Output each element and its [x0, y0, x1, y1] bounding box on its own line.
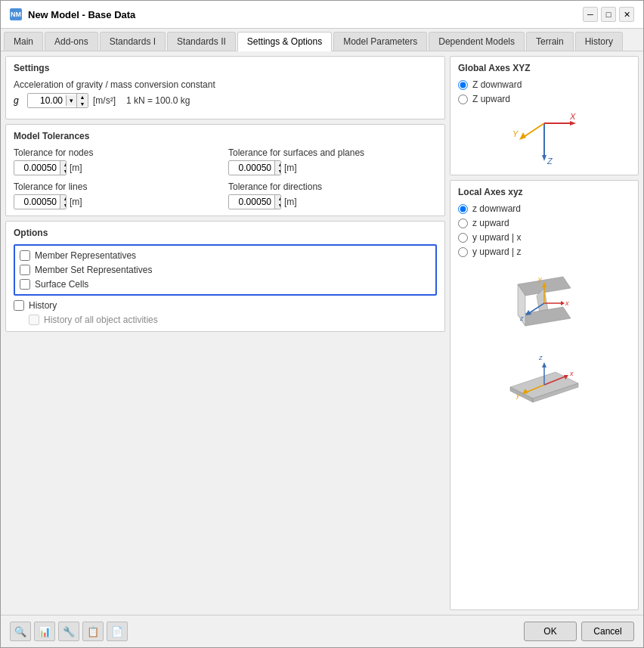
local-z-upward-radio[interactable]	[458, 219, 468, 228]
right-panel: Global Axes XYZ Z downward Z upward	[450, 56, 639, 610]
member-set-rep-row: Member Set Representatives	[20, 265, 431, 275]
gravity-spinners: ▲ ▼	[76, 94, 88, 107]
member-rep-row: Member Representatives	[20, 250, 431, 261]
local-y-upward-x-row: y upward | x	[458, 232, 630, 243]
tools-icon-button[interactable]: 🔧	[58, 622, 79, 641]
gravity-conversion: 1 kN = 100.0 kg	[126, 95, 190, 106]
history-indent: History of all object activities	[29, 315, 437, 325]
cancel-button[interactable]: Cancel	[581, 622, 634, 641]
surfaces-tolerance-row: Tolerance for surfaces and planes ▲ ▼	[228, 147, 437, 175]
settings-section: Settings Acceleration of gravity / mass …	[5, 56, 445, 119]
tab-model-parameters[interactable]: Model Parameters	[333, 32, 427, 51]
directions-spin-up[interactable]: ▲	[275, 195, 281, 202]
tab-terrain[interactable]: Terrain	[526, 32, 574, 51]
global-z-upward-radio[interactable]	[458, 95, 468, 104]
document-icon-button[interactable]: 📄	[107, 622, 128, 641]
global-axes-box: Global Axes XYZ Z downward Z upward	[450, 56, 639, 175]
member-set-representatives-checkbox[interactable]	[20, 265, 30, 275]
main-area: Settings Acceleration of gravity / mass …	[5, 56, 639, 610]
svg-text:y: y	[537, 275, 542, 283]
surfaces-spinners: ▲ ▼	[274, 161, 281, 175]
tab-addons[interactable]: Add-ons	[45, 32, 98, 51]
local-y-upward-z-radio[interactable]	[458, 247, 468, 257]
local-z-upward-label: z upward	[472, 218, 509, 228]
lines-spin-up[interactable]: ▲	[60, 195, 67, 202]
local-z-downward-row: z downward	[458, 203, 630, 214]
gravity-row: g ▾ ▲ ▼ [m/s²] 1 kN = 100.0 kg	[14, 93, 437, 108]
options-title: Options	[14, 228, 437, 238]
search-icon-button[interactable]: 🔍	[10, 622, 31, 641]
history-checkbox[interactable]	[14, 300, 24, 311]
history-section: History History of all object activities	[14, 300, 437, 325]
nodes-input-group: ▲ ▼	[14, 160, 67, 175]
tab-standards-ii[interactable]: Standards II	[167, 32, 236, 51]
lines-input-group: ▲ ▼	[14, 194, 67, 209]
global-axes-diagram: Z Y X	[458, 108, 630, 169]
global-z-downward-radio[interactable]	[458, 80, 468, 90]
surfaces-input-group: ▲ ▼	[228, 160, 281, 175]
tabs-bar: Main Add-ons Standards I Standards II Se…	[1, 29, 643, 51]
tab-settings-options[interactable]: Settings & Options	[237, 32, 332, 51]
surfaces-spin-up[interactable]: ▲	[275, 161, 281, 168]
lines-value-input[interactable]	[14, 195, 60, 209]
bottom-icons-group: 🔍 📊 🔧 📋 📄	[10, 622, 128, 641]
directions-value-input[interactable]	[229, 195, 274, 209]
gravity-input-group: ▾ ▲ ▼	[27, 93, 88, 108]
surfaces-label: Tolerance for surfaces and planes	[228, 147, 437, 158]
surface-cells-checkbox[interactable]	[20, 279, 30, 290]
global-z-downward-label: Z downward	[472, 79, 522, 90]
svg-marker-14	[561, 301, 565, 305]
member-representatives-checkbox[interactable]	[20, 250, 30, 261]
directions-tolerance-row: Tolerance for directions ▲ ▼ [m]	[228, 181, 437, 209]
lines-tolerance-row: Tolerance for lines ▲ ▼ [m]	[14, 181, 222, 209]
dialog-buttons: OK Cancel	[524, 622, 634, 641]
close-button[interactable]: ✕	[619, 7, 634, 22]
svg-marker-4	[519, 132, 526, 140]
directions-spin-down[interactable]: ▼	[275, 202, 281, 209]
tab-main[interactable]: Main	[4, 32, 43, 51]
gravity-unit: [m/s²]	[93, 95, 116, 106]
gravity-value-input[interactable]	[28, 94, 66, 107]
global-axes-title: Global Axes XYZ	[458, 63, 630, 73]
minimize-button[interactable]: ─	[583, 7, 598, 22]
local-y-upward-x-radio[interactable]	[458, 233, 468, 243]
global-z-upward-row: Z upward	[458, 94, 630, 104]
gravity-spin-up[interactable]: ▲	[77, 94, 88, 101]
ok-button[interactable]: OK	[524, 622, 577, 641]
title-bar: NM New Model - Base Data ─ □ ✕	[1, 1, 643, 29]
local-axes-title: Local Axes xyz	[458, 187, 630, 197]
history-label: History	[29, 300, 57, 311]
local-z-downward-label: z downward	[472, 203, 521, 214]
gravity-dropdown[interactable]: ▾	[66, 95, 76, 106]
history-row: History	[14, 300, 437, 311]
nodes-spin-up[interactable]: ▲	[60, 161, 67, 168]
nodes-value-input[interactable]	[14, 161, 60, 175]
svg-text:x: x	[565, 299, 569, 307]
surfaces-value-input[interactable]	[229, 161, 274, 175]
local-z-downward-radio[interactable]	[458, 204, 468, 214]
surfaces-unit: [m]	[284, 163, 297, 173]
nodes-spinners: ▲ ▼	[60, 161, 67, 175]
options-section: Options Member Representatives Member Se…	[5, 221, 445, 332]
nodes-unit: [m]	[70, 163, 82, 173]
tab-history[interactable]: History	[575, 32, 623, 51]
directions-input-group: ▲ ▼	[228, 194, 281, 209]
tolerances-grid: Tolerance for nodes ▲ ▼ [m]	[14, 147, 437, 209]
svg-text:z: z	[519, 315, 524, 322]
svg-text:Y: Y	[512, 129, 519, 138]
history-sub-row: History of all object activities	[29, 315, 437, 325]
lines-spin-down[interactable]: ▼	[60, 202, 67, 209]
tab-dependent-models[interactable]: Dependent Models	[429, 32, 525, 51]
history-activities-checkbox[interactable]	[29, 315, 39, 325]
gravity-spin-down[interactable]: ▼	[77, 101, 88, 107]
chart-icon-button[interactable]: 📊	[34, 622, 55, 641]
nodes-spin-down[interactable]: ▼	[60, 168, 67, 175]
global-z-upward-label: Z upward	[472, 94, 510, 104]
app-icon-text: NM	[11, 11, 21, 18]
clipboard-icon-button[interactable]: 📋	[82, 622, 104, 641]
tab-standards-i[interactable]: Standards I	[100, 32, 166, 51]
maximize-button[interactable]: □	[601, 7, 616, 22]
window-title: New Model - Base Data	[28, 9, 135, 20]
surfaces-spin-down[interactable]: ▼	[275, 168, 281, 175]
options-highlight-box: Member Representatives Member Set Repres…	[14, 244, 437, 296]
